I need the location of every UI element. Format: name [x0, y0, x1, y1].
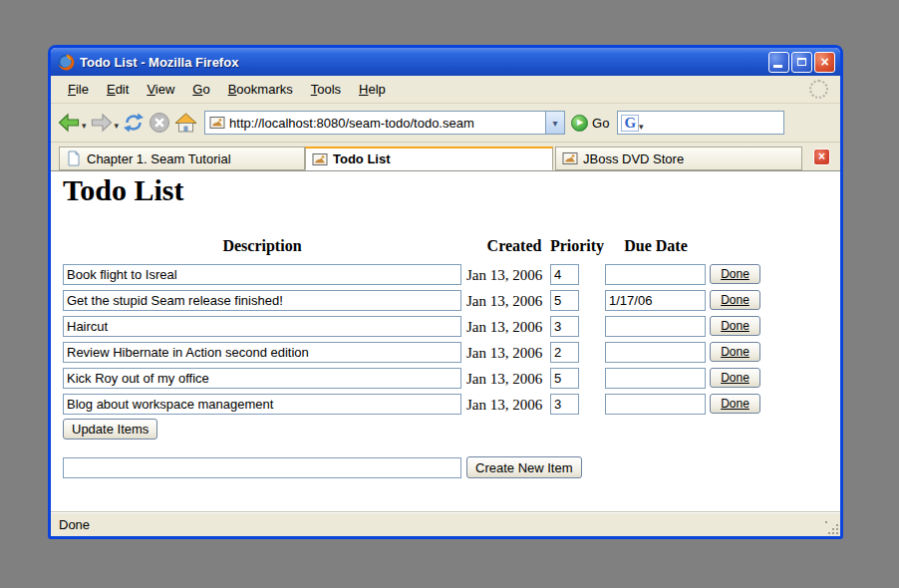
- done-button[interactable]: Done: [710, 264, 760, 284]
- forward-icon: [90, 111, 114, 135]
- created-date: Jan 13, 2006: [466, 317, 542, 337]
- description-input[interactable]: [63, 316, 461, 337]
- due-date-input[interactable]: [605, 290, 706, 311]
- minimize-icon: [773, 65, 782, 68]
- seam-favicon-icon: [562, 150, 578, 166]
- created-date: Jan 13, 2006: [466, 265, 542, 285]
- due-date-input[interactable]: [605, 342, 706, 363]
- created-date: Jan 13, 2006: [466, 291, 542, 311]
- priority-input[interactable]: [550, 368, 579, 389]
- tab-label: Todo List: [333, 151, 391, 166]
- table-row: Jan 13, 2006 Done: [51, 342, 840, 364]
- priority-input[interactable]: [550, 290, 579, 311]
- resize-grip[interactable]: [825, 521, 838, 534]
- tab-label: JBoss DVD Store: [583, 151, 684, 166]
- google-icon[interactable]: G: [621, 115, 639, 132]
- column-header-description: Description: [63, 237, 461, 255]
- priority-input[interactable]: [550, 316, 579, 337]
- done-button[interactable]: Done: [710, 394, 760, 414]
- firefox-icon: [58, 54, 75, 71]
- maximize-icon: [797, 58, 806, 66]
- description-input[interactable]: [63, 264, 461, 285]
- url-bar[interactable]: ▾: [204, 111, 565, 135]
- new-item-input[interactable]: [63, 457, 461, 478]
- due-date-input[interactable]: [605, 394, 706, 415]
- chevron-down-icon: ▾: [553, 118, 558, 129]
- done-button[interactable]: Done: [710, 368, 760, 388]
- table-row: Jan 13, 2006 Done: [51, 394, 840, 416]
- nav-toolbar: ▾ ▾: [51, 104, 840, 143]
- menubar: File Edit View Go Bookmarks Tools Help: [51, 76, 840, 104]
- menu-tools[interactable]: Tools: [302, 79, 350, 100]
- table-row: Jan 13, 2006 Done: [51, 264, 840, 286]
- table-row: Jan 13, 2006 Done: [51, 368, 840, 390]
- forward-button[interactable]: ▾: [90, 111, 121, 135]
- url-input[interactable]: [229, 116, 545, 131]
- done-button[interactable]: Done: [710, 342, 760, 362]
- create-new-item-button[interactable]: Create New Item: [466, 456, 582, 478]
- priority-input[interactable]: [550, 342, 579, 363]
- url-dropdown-button[interactable]: ▾: [545, 112, 564, 134]
- table-row: Jan 13, 2006 Done: [51, 290, 840, 312]
- back-button[interactable]: ▾: [57, 111, 88, 135]
- tab-todo-list[interactable]: Todo List: [305, 147, 553, 170]
- done-button[interactable]: Done: [710, 316, 760, 336]
- column-header-priority: Priority: [545, 237, 609, 255]
- update-items-button[interactable]: Update Items: [63, 419, 157, 440]
- go-label: Go: [592, 116, 609, 131]
- search-input[interactable]: [644, 115, 824, 132]
- due-date-input[interactable]: [605, 368, 706, 389]
- done-button[interactable]: Done: [710, 290, 760, 310]
- menu-view[interactable]: View: [138, 79, 183, 100]
- stop-icon: [148, 111, 171, 135]
- due-date-input[interactable]: [605, 264, 706, 285]
- description-input[interactable]: [63, 368, 461, 389]
- description-input[interactable]: [63, 290, 461, 311]
- priority-input[interactable]: [550, 264, 579, 285]
- titlebar[interactable]: Todo List - Mozilla Firefox ×: [51, 48, 840, 76]
- throbber-icon: [809, 80, 828, 99]
- go-icon: ▶: [571, 115, 588, 132]
- tab-bar: Chapter 1. Seam Tutorial Todo List JBoss…: [51, 143, 840, 171]
- column-header-due-date: Due Date: [605, 237, 707, 255]
- menu-help[interactable]: Help: [350, 79, 395, 100]
- table-row: Jan 13, 2006 Done: [51, 316, 840, 338]
- menu-file[interactable]: File: [59, 79, 98, 100]
- due-date-input[interactable]: [605, 316, 706, 337]
- menu-edit[interactable]: Edit: [98, 79, 138, 100]
- description-input[interactable]: [63, 342, 461, 363]
- back-icon: [57, 111, 81, 135]
- forward-dropdown-icon[interactable]: ▾: [115, 121, 120, 131]
- created-date: Jan 13, 2006: [466, 395, 542, 415]
- stop-button[interactable]: [148, 111, 171, 135]
- status-bar: Done: [51, 512, 840, 536]
- home-icon: [173, 111, 198, 135]
- page-title: Todo List: [63, 173, 183, 207]
- close-icon: ×: [818, 150, 825, 162]
- minimize-button[interactable]: [768, 52, 789, 73]
- window-title: Todo List - Mozilla Firefox: [80, 55, 766, 70]
- description-input[interactable]: [63, 394, 461, 415]
- close-button[interactable]: ×: [814, 52, 835, 73]
- menu-go[interactable]: Go: [183, 79, 218, 100]
- created-date: Jan 13, 2006: [466, 369, 542, 389]
- tab-label: Chapter 1. Seam Tutorial: [87, 151, 231, 166]
- seam-favicon-icon: [312, 151, 328, 167]
- menu-bookmarks[interactable]: Bookmarks: [219, 79, 302, 100]
- search-bar[interactable]: G ▾: [617, 111, 784, 135]
- status-text: Done: [51, 517, 90, 532]
- tab-seam-tutorial[interactable]: Chapter 1. Seam Tutorial: [59, 147, 305, 170]
- back-dropdown-icon[interactable]: ▾: [82, 121, 87, 131]
- go-button[interactable]: ▶ Go: [571, 115, 609, 132]
- priority-input[interactable]: [550, 394, 579, 415]
- close-tab-button[interactable]: ×: [813, 148, 830, 165]
- maximize-button[interactable]: [791, 52, 812, 73]
- page-favicon-icon: [209, 115, 225, 131]
- home-button[interactable]: [173, 111, 198, 135]
- document-icon: [66, 150, 82, 166]
- close-icon: ×: [820, 55, 828, 69]
- reload-button[interactable]: [122, 111, 146, 135]
- reload-icon: [122, 111, 146, 135]
- tab-jboss-dvd-store[interactable]: JBoss DVD Store: [555, 147, 802, 170]
- browser-window: Todo List - Mozilla Firefox × File Edit …: [48, 45, 843, 539]
